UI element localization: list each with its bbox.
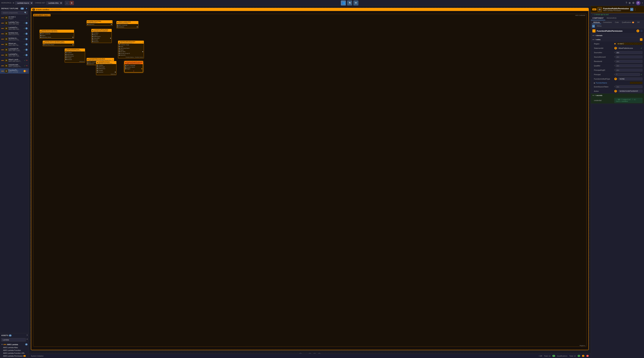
- node-lambda-permission[interactable]: ⊞ LambdaPermission AWS IAM Policy Statem…: [96, 61, 116, 75]
- sidebar-item-lambdaper[interactable]: aws ⊞ LambdaPer... AWS IAM Polic... ✓ +: [0, 52, 29, 58]
- eye-button[interactable]: 👁: [354, 0, 358, 6]
- search-input[interactable]: [1, 11, 28, 14]
- field-function-name-expand[interactable]: ▶ FunctionName: [591, 81, 644, 84]
- sidebar-item-functionpu[interactable]: aws ⊞ FunctionPu... AWS Lambda ... + ✕: [0, 68, 29, 74]
- changeset-select[interactable]: Lambda Infra: [46, 2, 62, 4]
- port-label: Resource: [66, 59, 72, 60]
- bookmark-button[interactable]: ⌂: [65, 1, 69, 5]
- add-badge[interactable]: +: [26, 22, 28, 24]
- function-uri-auth-input[interactable]: [618, 78, 642, 80]
- field-principal: Principal I ✓: [591, 72, 644, 77]
- node-labels: Function Name ▸ Function Version: [118, 56, 144, 58]
- sidebar-item-badges: ✓ +: [24, 54, 28, 56]
- assets-clear-icon[interactable]: ✕: [26, 338, 28, 342]
- avatar[interactable]: P: [636, 1, 640, 5]
- rp-more-button[interactable]: ⋮: [634, 8, 636, 11]
- node-lambda-repo[interactable]: ⊞ lambda-how-to-repository AWS ECR Priva…: [40, 30, 74, 38]
- source-account-input[interactable]: [616, 56, 642, 58]
- extra-section-header[interactable]: ▼ ≡ extra i: [591, 38, 644, 42]
- assets-help-icon[interactable]: ?: [26, 334, 28, 336]
- port-left: [92, 38, 93, 38]
- assets-search-input[interactable]: [1, 338, 26, 342]
- node-lambda-trust-policy[interactable]: ⊞ Lambda Trust Policy AWS IAM Role: 1 + …: [86, 20, 112, 26]
- node-add-icon[interactable]: +: [111, 21, 112, 22]
- sidebar-filter-icon[interactable]: ▼: [26, 7, 28, 10]
- tab-resource[interactable]: RESOURCE: [605, 16, 618, 20]
- rp-add-button[interactable]: +: [630, 8, 633, 11]
- diagram-button[interactable]: 👥: [341, 0, 346, 6]
- delete-button[interactable]: 🗑: [70, 1, 74, 5]
- event-source-token-input[interactable]: [616, 85, 642, 88]
- aws-label: aws: [1, 17, 5, 18]
- asset-item-permission[interactable]: AWS Lambda Permission 1: [1, 354, 28, 357]
- sidebar-item-helloworldn[interactable]: aws ⊞ HelloWorldN... AWS Lambda Fu... ✓ …: [0, 63, 29, 68]
- node-function-public-permission[interactable]: ⊞ FunctionPublicPermission AWS Lambda Pe…: [124, 61, 143, 72]
- tab-code[interactable]: Code: [614, 21, 620, 24]
- lab-button[interactable]: ⚗: [347, 0, 352, 6]
- search-icon: 🔍: [24, 12, 27, 14]
- node-lambda-repo-policy[interactable]: ⊞ lambda-how-to-repository policy AWS EC…: [43, 41, 74, 46]
- qualifier-input[interactable]: [616, 64, 642, 67]
- add-badge[interactable]: +: [26, 38, 28, 40]
- avatar-dropdown[interactable]: ▾: [642, 2, 643, 4]
- sidebar-item-lambda-how-ecr[interactable]: aws ⊞ lambda-how... AWS ECR Priv... ✓ +: [0, 31, 29, 36]
- discord-icon[interactable]: ⊕: [628, 2, 631, 4]
- assets-group-header[interactable]: ▼ aws AWS Lambda 4: [1, 343, 28, 346]
- node-row: Statement: [88, 24, 112, 25]
- add-badge-orange[interactable]: +: [24, 70, 26, 72]
- canvas[interactable]: ⊞ si-tools-sandbox AWS Credential 1 ⊞ us…: [29, 6, 591, 358]
- tab-debug[interactable]: Debug: [596, 25, 602, 28]
- source-arn-input[interactable]: [616, 51, 642, 54]
- node-allow-lambda-access[interactable]: ⊞ AllowLambdaAccess AWS IAM Policy State…: [65, 48, 85, 62]
- node-lambda-trust-state[interactable]: ⊞ LambdaTrustPolicyState AWS IAM Policy …: [91, 29, 112, 43]
- sidebar-item-lambda-ho[interactable]: aws ⊞ lambda-ho... AWS ECR Priv... ✓ +: [0, 36, 29, 42]
- sidebar-item-us-east-1[interactable]: aws ⊞ us-east-1 Region ✓: [0, 15, 29, 20]
- node-add-icon[interactable]: +: [112, 59, 113, 60]
- add-badge[interactable]: +: [26, 49, 28, 51]
- asset-item-alias[interactable]: AWS Lambda Alias: [1, 346, 28, 349]
- help-icon[interactable]: ?: [626, 2, 627, 4]
- node-icon: ⊞: [117, 22, 118, 24]
- port-left: [125, 65, 126, 66]
- diff-add-button[interactable]: +: [592, 25, 595, 28]
- principal-input[interactable]: [616, 73, 640, 76]
- add-badge[interactable]: +: [26, 43, 28, 46]
- add-badge[interactable]: +: [26, 27, 28, 30]
- workspace-select[interactable]: Lambda how-to: [15, 2, 33, 4]
- node-row: Function Name: [125, 66, 142, 68]
- port-right: [72, 44, 73, 45]
- inner-region: ⊞ us-east-1 Region: 9 AWS Credential ⊞ L…: [33, 14, 586, 347]
- node-add-icon[interactable]: +: [142, 42, 143, 43]
- domain-section-header[interactable]: ▼ ≡ domain: [591, 34, 644, 37]
- rp-sub-tabs: Attributes Connections Code Qualificatio…: [591, 20, 644, 28]
- ecr-icon: ⊞: [5, 32, 8, 35]
- sidebar-item-allowlam[interactable]: aws ⊞ AllowLam... AWS IAM Poli... ✓ +: [0, 42, 29, 47]
- status-badge-green: ✓: [24, 22, 25, 24]
- add-badge[interactable]: +: [26, 54, 28, 56]
- sidebar-item-lambda-trust[interactable]: aws ⊞ Lambda Trus... AWS IAM Role ✓ +: [0, 20, 29, 26]
- sidebar-item-attach-lamb[interactable]: aws ⊞ Attach Lamb... AWS IAM Role P... ✓…: [0, 58, 29, 63]
- group-name: AWS Lambda: [7, 344, 18, 346]
- asset-item-function-url[interactable]: AWS Lambda Function URL: [1, 352, 28, 354]
- node-attach-ecr[interactable]: ⊞ Attach Lambda ECR Permission Policy AW…: [116, 21, 138, 28]
- node-row: Repository Name: [44, 44, 73, 46]
- secrets-section-header[interactable]: ▼ ≡ secrets: [591, 94, 644, 97]
- settings-icon[interactable]: ⚙: [632, 2, 634, 4]
- node-hello-world[interactable]: ⊞ HelloWorldNodeFunction AWS Lambda Func…: [118, 41, 144, 58]
- sidebar-item-lambdaecr[interactable]: aws ⊞ LambdaECR... AWS IAM Custo... ✓ +: [0, 47, 29, 52]
- sidebar-item-lambdatru[interactable]: aws ⊞ LambdaTru... AWS IAM Polic... ✓ +: [0, 26, 29, 31]
- add-badge[interactable]: +: [26, 33, 28, 35]
- tab-component[interactable]: COMPONENT: [591, 16, 605, 20]
- principal-org-id-input[interactable]: [616, 69, 642, 72]
- tab-connections[interactable]: Connections: [602, 21, 613, 24]
- action-input[interactable]: [618, 90, 642, 92]
- sidebar-item-sub: AWS ECR Priv...: [8, 39, 23, 41]
- tab-diff[interactable]: Diff: [636, 21, 641, 24]
- port-left: [66, 58, 66, 58]
- asset-item-function[interactable]: AWS Lambda Function: [1, 349, 28, 352]
- revision-id-input[interactable]: [616, 60, 642, 63]
- tab-qualifications[interactable]: Qualifications 1: [620, 21, 635, 24]
- tab-attributes[interactable]: Attributes: [592, 21, 601, 24]
- sidebar-item-badges: + ✕: [24, 70, 28, 72]
- node-sub: AWS Lambda Permission: 1: [127, 63, 142, 64]
